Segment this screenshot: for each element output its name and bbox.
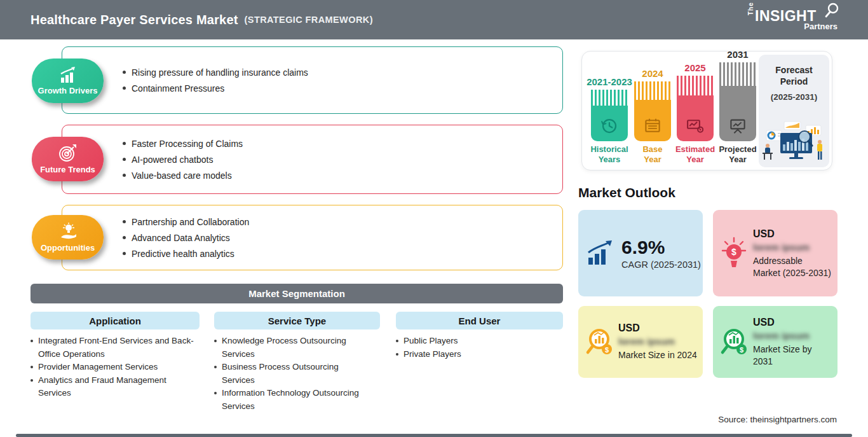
growth-drivers-box: Rising pressure of handling insurance cl… [62, 46, 563, 114]
bar-projected [719, 62, 756, 141]
currency-label: USD [753, 317, 832, 328]
bullet-dot [123, 174, 126, 177]
list-item-text: Business Process Outsourcing Services [222, 361, 372, 387]
logo-the-text: The [747, 2, 754, 15]
cagr-growth-icon [586, 240, 615, 267]
list-item: Business Process Outsourcing Services [214, 361, 372, 387]
bar-solid [719, 86, 756, 141]
dollar-bulb-icon: $ [720, 235, 748, 271]
bullet-dot [31, 366, 33, 368]
magnifier-chart-icon: $ [585, 326, 616, 358]
page-subtitle: (STRATEGIC FRAMEWORK) [245, 15, 373, 25]
svg-text:$: $ [740, 345, 743, 353]
timeline-bar-historical: 2021-2023 Historical Years [591, 76, 628, 166]
list-item-text: Faster Processing of Claims [132, 139, 243, 149]
bar-estimated [677, 76, 714, 141]
svg-text:$: $ [605, 345, 609, 353]
list-item-text: Public Players [403, 335, 458, 348]
cagr-text: 6.9% CAGR (2025-2031) [621, 237, 701, 270]
infographic-canvas: Healthcare Payer Services Market (STRATE… [0, 0, 868, 437]
timeline-bar-projected: 2031 Projected Year [719, 49, 756, 166]
opportunities-list: Partnership and Collaboration Advanced D… [123, 205, 249, 270]
cagr-value: 6.9% [621, 237, 701, 258]
bullet-dot [123, 71, 126, 74]
forecast-period-title: Forecast Period [769, 64, 820, 87]
bar-year-label: 2024 [642, 68, 663, 79]
bar-year-label: 2031 [727, 49, 748, 60]
hand-lightbulb-icon [57, 222, 79, 241]
magnifier-chart-icon: $ [720, 326, 750, 358]
source-attribution: Source: theinsightpartners.com [718, 415, 837, 424]
bar-stripes [677, 76, 714, 95]
badge-label: Future Trends [40, 165, 95, 174]
cagr-label: CAGR (2025-2031) [621, 260, 701, 270]
market-size-2031-card: $ USD lorem ipsum Market Size by 2031 [713, 306, 837, 378]
list-item: Containment Pressures [123, 83, 308, 94]
list-item: Integrated Front-End Services and Back-O… [31, 335, 194, 361]
timeline-bar-base: 2024 Base Year [634, 68, 671, 166]
card-label: Market Size by 2031 [753, 343, 832, 368]
bar-year-label: 2025 [684, 62, 705, 73]
analytics-gear-icon [686, 116, 705, 135]
card-text: USD lorem ipsum Market Size in 2024 [618, 306, 697, 378]
currency-label: USD [753, 228, 832, 240]
bullet-dot [396, 353, 398, 356]
list-item: Knowledge Process Outsourcing Services [214, 335, 372, 361]
bar-solid [591, 106, 628, 141]
list-item-text: Partnership and Collaboration [132, 217, 249, 227]
opportunities-badge: Opportunities [32, 215, 104, 260]
bullet-dot [123, 142, 126, 145]
list-item: Predictive health analytics [123, 249, 249, 259]
bullet-dot [123, 87, 126, 90]
timeline-bar-estimated: 2025 Estimated Year [677, 62, 714, 166]
bar-solid [634, 100, 671, 141]
future-trends-list: Faster Processing of Claims AI-powered c… [123, 125, 243, 193]
bullet-dot [123, 158, 126, 161]
list-item-text: Predictive health analytics [132, 249, 234, 259]
end-user-list: Public Players Private Players [396, 335, 561, 361]
future-trends-box: Faster Processing of Claims AI-powered c… [62, 125, 563, 194]
bar-historical [591, 90, 628, 141]
segment-header-application: Application [31, 312, 200, 329]
blurred-value: lorem ipsum [753, 330, 832, 341]
service-type-list: Knowledge Process Outsourcing Services B… [214, 335, 372, 413]
list-item: Faster Processing of Claims [123, 139, 243, 149]
application-list: Integrated Front-End Services and Back-O… [31, 335, 194, 400]
calendar-icon [643, 116, 662, 135]
bullet-dot [123, 220, 126, 223]
card-text: USD lorem ipsum Addressable Market (2025… [753, 210, 832, 296]
list-item: Information Technology Outsourcing Servi… [214, 387, 372, 413]
segment-header-end-user: End User [396, 312, 563, 329]
list-item: Public Players [396, 335, 561, 348]
list-item-text: Knowledge Process Outsourcing Services [222, 335, 372, 361]
badge-label: Opportunities [41, 243, 95, 253]
bullet-dot [31, 340, 33, 342]
card-label: Addressable Market (2025-2031) [753, 255, 832, 279]
growth-drivers-list: Rising pressure of handling insurance cl… [123, 47, 308, 113]
insight-partners-logo: The INSIGHT Partners [749, 8, 831, 33]
card-label: Market Size in 2024 [618, 349, 697, 361]
list-item: Provider Management Services [31, 361, 194, 374]
card-text: USD lorem ipsum Market Size by 2031 [753, 306, 832, 378]
header-title-wrap: Healthcare Payer Services Market (STRATE… [31, 0, 373, 39]
list-item: Rising pressure of handling insurance cl… [123, 67, 308, 78]
market-segmentation-header: Market Segmentation [31, 284, 563, 303]
currency-label: USD [618, 323, 697, 334]
growth-chart-icon [56, 66, 80, 84]
cagr-card: 6.9% CAGR (2025-2031) [578, 210, 703, 296]
bar-stripes [719, 62, 756, 86]
list-item-text: Advanced Data Analytics [132, 233, 230, 243]
svg-text:$: $ [731, 247, 736, 257]
magnifier-icon [824, 3, 840, 19]
bullet-dot [123, 252, 126, 255]
bar-label: Base Year [634, 144, 671, 166]
bar-solid [677, 95, 714, 141]
bullet-dot [31, 379, 33, 382]
bullet-dot [396, 340, 398, 342]
forecast-period-range: (2025-2031) [771, 92, 818, 102]
list-item: Advanced Data Analytics [123, 233, 249, 243]
bullet-dot [214, 340, 217, 342]
forecast-period-panel: Forecast Period (2025-2031) [759, 55, 829, 167]
market-outlook-title: Market Outlook [578, 185, 675, 200]
bar-label: Historical Years [590, 144, 628, 166]
